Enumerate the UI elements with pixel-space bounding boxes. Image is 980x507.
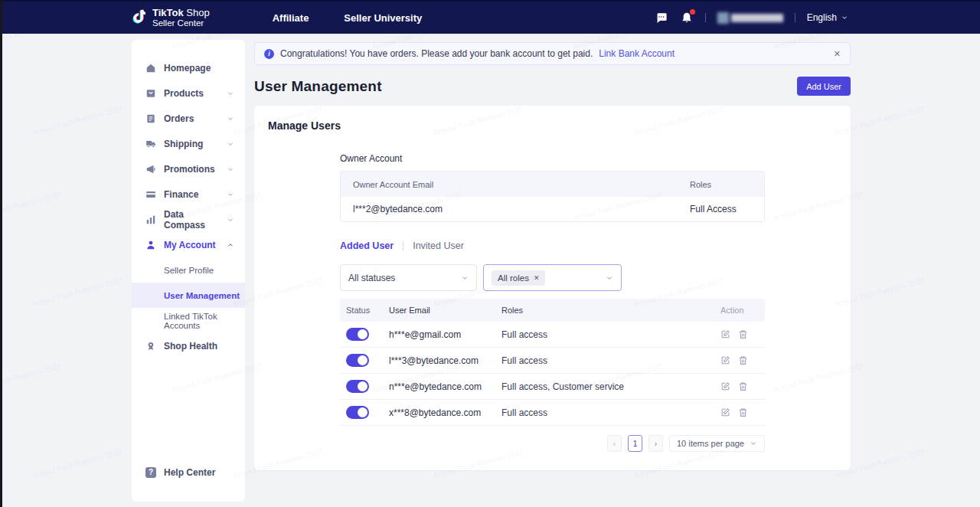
language-selector[interactable]: English <box>807 12 848 23</box>
status-filter-select[interactable]: All statuses <box>340 264 477 291</box>
user-table-row: n***e@bytedance.com Full access, Custome… <box>340 374 765 400</box>
screen-edge <box>0 0 2 507</box>
tab-added-user[interactable]: Added User <box>340 240 394 251</box>
user-table-header: Status User Email Roles Action <box>340 299 765 322</box>
sidebar-item-products[interactable]: Products <box>132 80 245 106</box>
page-size-select[interactable]: 10 items per page <box>669 435 765 452</box>
sidebar-item-help-center[interactable]: ? Help Center <box>132 460 245 485</box>
page-title: User Management <box>254 78 382 95</box>
status-toggle[interactable] <box>346 354 369 367</box>
user-table-row: x***8@bytedance.com Full access <box>340 400 765 426</box>
chevron-down-icon <box>461 274 469 282</box>
banner-text: Congratulations! You have orders. Please… <box>280 48 593 59</box>
sidebar-item-shipping[interactable]: Shipping <box>132 131 245 156</box>
user-table-row: h***e@gmail.com Full access <box>340 322 765 348</box>
user-roles: Full access <box>501 355 720 366</box>
sidebar-item-shop-health[interactable]: Shop Health <box>132 333 245 358</box>
delete-user-icon[interactable] <box>738 407 748 417</box>
pagination-next-button[interactable]: › <box>648 435 663 452</box>
tab-invited-user[interactable]: Invited User <box>413 240 464 251</box>
owner-roles-header: Roles <box>690 180 764 189</box>
chevron-down-icon <box>227 216 234 224</box>
chevron-down-icon <box>606 274 613 282</box>
user-roles: Full access <box>501 329 720 340</box>
sidebar-subitem-seller-profile[interactable]: Seller Profile <box>132 257 245 283</box>
orders-document-icon <box>145 113 156 124</box>
messages-icon[interactable] <box>655 11 668 25</box>
status-toggle[interactable] <box>346 328 369 341</box>
link-bank-account-link[interactable]: Link Bank Account <box>599 48 675 59</box>
sidebar-item-finance[interactable]: Finance <box>132 182 245 207</box>
chip-remove-icon[interactable]: ✕ <box>534 274 540 282</box>
owner-email-header: Owner Account Email <box>341 180 690 189</box>
user-email: l***3@bytedance.com <box>389 355 501 366</box>
sidebar-item-promotions[interactable]: Promotions <box>132 156 245 182</box>
chevron-down-icon <box>227 115 234 123</box>
card-heading: Manage Users <box>254 119 851 132</box>
add-user-button[interactable]: Add User <box>797 77 851 96</box>
sidebar: Homepage Products Orders Shipping Promot… <box>132 40 245 502</box>
info-icon: i <box>264 49 274 59</box>
user-roles: Full access <box>501 407 720 418</box>
owner-email-value: l***2@bytedance.com <box>341 204 690 214</box>
roles-filter-select[interactable]: All roles ✕ <box>483 264 622 291</box>
chevron-down-icon <box>750 440 757 447</box>
notifications-bell-icon[interactable] <box>680 11 694 25</box>
edit-user-icon[interactable] <box>720 329 730 339</box>
sidebar-subitem-linked-tiktok-accounts[interactable]: Linked TikTok Accounts <box>132 308 245 333</box>
edit-user-icon[interactable] <box>720 407 730 417</box>
status-toggle[interactable] <box>346 406 369 419</box>
chevron-down-icon <box>227 90 234 97</box>
roles-filter-chip: All roles ✕ <box>492 270 545 286</box>
logo-text: TikTok Shop Seller Center <box>152 8 210 28</box>
home-icon <box>145 63 156 74</box>
user-email: x***8@bytedance.com <box>389 407 501 418</box>
owner-account-label: Owner Account <box>340 153 765 164</box>
status-toggle[interactable] <box>346 380 369 393</box>
bar-chart-icon <box>145 214 156 225</box>
manage-users-card: Manage Users Owner Account Owner Account… <box>254 106 851 470</box>
shipping-truck-icon <box>145 139 156 149</box>
tiktok-shop-logo[interactable]: TikTok Shop Seller Center <box>132 8 210 28</box>
chevron-up-icon <box>227 241 234 249</box>
pagination-page-1[interactable]: 1 <box>628 435 642 452</box>
chevron-down-icon <box>227 165 234 173</box>
tab-divider <box>403 241 403 250</box>
credit-card-icon <box>145 189 156 200</box>
notification-banner: i Congratulations! You have orders. Plea… <box>254 42 851 65</box>
delete-user-icon[interactable] <box>738 381 748 391</box>
owner-roles-value: Full Access <box>690 204 764 214</box>
user-tabs: Added User Invited User <box>340 240 765 251</box>
owner-account-table: Owner Account Email Roles l***2@bytedanc… <box>340 171 765 222</box>
edit-user-icon[interactable] <box>720 381 730 391</box>
sidebar-item-data-compass[interactable]: Data Compass <box>132 207 245 232</box>
user-email: n***e@bytedance.com <box>389 381 501 392</box>
top-navbar: TikTok Shop Seller Center Affiliate Sell… <box>0 0 980 34</box>
main-content: i Congratulations! You have orders. Plea… <box>254 42 851 470</box>
account-name-blurred[interactable] <box>717 12 783 24</box>
edit-user-icon[interactable] <box>720 355 730 365</box>
nav-link-affiliate[interactable]: Affiliate <box>273 12 309 24</box>
pagination-prev-button[interactable]: ‹ <box>607 435 622 452</box>
banner-close-icon[interactable]: ✕ <box>834 49 841 59</box>
user-icon <box>145 240 156 250</box>
nav-link-seller-university[interactable]: Seller University <box>344 12 422 24</box>
sidebar-item-homepage[interactable]: Homepage <box>132 55 245 80</box>
products-box-icon <box>145 88 156 99</box>
owner-table-header: Owner Account Email Roles <box>341 172 764 197</box>
megaphone-icon <box>145 164 156 175</box>
user-table-row: l***3@bytedance.com Full access <box>340 348 765 374</box>
pagination: ‹ 1 › 10 items per page <box>340 435 765 452</box>
sidebar-item-orders[interactable]: Orders <box>132 106 245 131</box>
divider <box>705 13 706 22</box>
delete-user-icon[interactable] <box>738 355 748 365</box>
help-question-icon: ? <box>145 467 156 478</box>
added-users-table: Status User Email Roles Action h***e@gma… <box>340 299 765 426</box>
sidebar-subitem-user-management[interactable]: User Management <box>132 283 245 308</box>
user-email: h***e@gmail.com <box>389 329 501 340</box>
trophy-icon <box>145 341 156 352</box>
chevron-down-icon <box>227 140 234 148</box>
sidebar-item-my-account[interactable]: My Account <box>132 232 245 257</box>
user-roles: Full access, Customer service <box>501 381 720 392</box>
delete-user-icon[interactable] <box>738 329 748 339</box>
